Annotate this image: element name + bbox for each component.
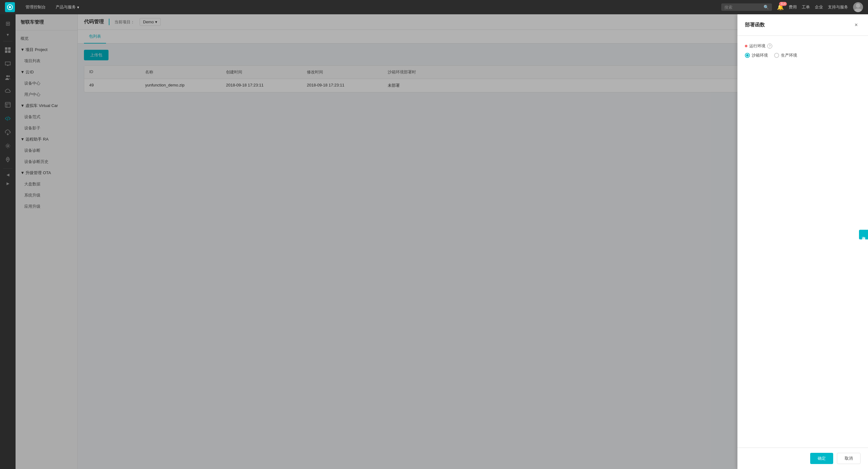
svg-point-3 (854, 8, 862, 12)
drawer-body: 运行环境 ? 沙箱环境 生产环境 (737, 36, 868, 447)
confirm-button[interactable]: 确定 (810, 453, 833, 464)
radio-production-circle (774, 53, 779, 58)
notification-bell[interactable]: 🔔 314 (777, 4, 784, 10)
drawer-close-button[interactable]: × (852, 21, 861, 29)
avatar[interactable] (853, 2, 863, 12)
help-icon[interactable]: ? (767, 43, 772, 49)
cancel-button[interactable]: 取消 (837, 453, 861, 464)
chevron-down-icon: ▾ (77, 5, 79, 10)
nav-links: 管理控制台 产品与服务 ▾ (21, 2, 721, 12)
drawer-footer: 确定 取消 (737, 447, 868, 469)
nav-item-console[interactable]: 管理控制台 (21, 2, 50, 12)
notification-badge: 314 (779, 2, 787, 6)
environment-label: 运行环境 ? (745, 43, 861, 49)
svg-point-2 (856, 3, 860, 8)
radio-sandbox[interactable]: 沙箱环境 (745, 53, 768, 58)
radio-group-environment: 沙箱环境 生产环境 (745, 53, 861, 58)
radio-production[interactable]: 生产环境 (774, 53, 797, 58)
radio-sandbox-circle (745, 53, 750, 58)
nav-item-enterprise[interactable]: 企业 (815, 4, 823, 10)
drawer-header: 部署函数 × (737, 14, 868, 36)
drawer-title: 部署函数 (745, 22, 765, 28)
nav-item-products[interactable]: 产品与服务 ▾ (51, 2, 84, 12)
svg-point-1 (9, 6, 11, 8)
nav-item-order[interactable]: 工单 (802, 4, 810, 10)
logo[interactable] (5, 2, 15, 12)
drawer: 部署函数 × 运行环境 ? 沙箱环境 生产环境 确定 取消 (737, 14, 868, 469)
feedback-tab[interactable]: 咨询 建 议 (859, 230, 868, 239)
top-nav-right: 🔍 🔔 314 费用 工单 企业 支持与服务 (721, 2, 863, 12)
nav-item-fee[interactable]: 费用 (789, 4, 797, 10)
search-box: 🔍 (721, 3, 772, 11)
required-indicator (745, 45, 747, 47)
top-nav: 管理控制台 产品与服务 ▾ 🔍 🔔 314 费用 工单 企业 支持与服务 (0, 0, 868, 14)
search-icon[interactable]: 🔍 (764, 5, 769, 10)
nav-item-support[interactable]: 支持与服务 (828, 4, 848, 10)
search-input[interactable] (724, 5, 762, 10)
